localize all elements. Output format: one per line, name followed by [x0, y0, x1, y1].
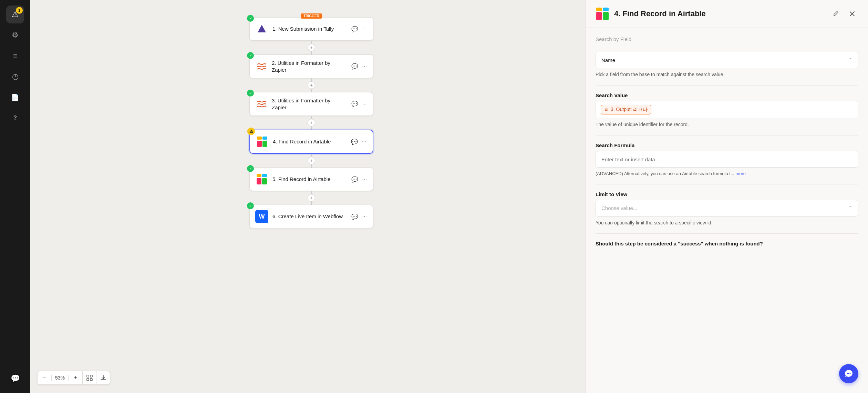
node-2[interactable]: ✓ 2. Utilities in Formatter by Zapier 💬 … — [249, 54, 373, 78]
add-step-5-6[interactable]: + — [308, 194, 315, 202]
node-3-comment-icon[interactable]: 💬 — [351, 100, 359, 108]
limit-to-view-section: Limit to View Choose value... ⌃ You can … — [596, 191, 858, 226]
svg-point-19 — [850, 373, 851, 374]
node-3-icon — [255, 98, 268, 110]
node-4-more-icon[interactable]: ··· — [361, 138, 367, 145]
right-panel: 4. Find Record in Airtable Search by Fie… — [586, 0, 868, 393]
panel-body: Search by Field Name ⌃ Pick a field from… — [586, 28, 868, 258]
zoom-in-button[interactable]: + — [69, 371, 82, 384]
download-button[interactable] — [96, 371, 110, 384]
svg-rect-8 — [262, 178, 267, 184]
node-5-label: 5. Find Record in Airtable — [272, 176, 347, 183]
node-2-more-icon[interactable]: ··· — [362, 63, 368, 70]
node-4-comment-icon[interactable]: 💬 — [350, 138, 359, 146]
limit-to-view-placeholder: Choose value... — [601, 205, 637, 211]
add-step-2-3[interactable]: + — [308, 81, 315, 89]
svg-rect-14 — [603, 8, 609, 11]
search-formula-label: Search Formula — [596, 142, 858, 148]
connector-2-3: + — [311, 78, 312, 92]
panel-header: 4. Find Record in Airtable — [586, 0, 868, 28]
chat-fab-button[interactable] — [839, 364, 858, 383]
node-6-more-icon[interactable]: ··· — [362, 213, 368, 220]
node-5-icon — [255, 173, 268, 186]
search-value-field[interactable]: ≋ 3. Output: 리코타 — [596, 101, 858, 118]
zoom-level-label: 53% — [51, 375, 69, 381]
node-2-comment-icon[interactable]: 💬 — [351, 62, 359, 70]
node-5-more-icon[interactable]: ··· — [362, 175, 368, 183]
node-1-more-icon[interactable]: ··· — [362, 25, 368, 33]
sidebar-item-layers[interactable]: ≡ — [6, 47, 24, 65]
node-5[interactable]: ✓ 5. Find Record in Airtable 💬 ··· — [249, 168, 373, 191]
success-question-section: Should this step be considered a "succes… — [596, 241, 858, 249]
panel-close-button[interactable] — [846, 8, 858, 20]
node-2-icon — [255, 60, 268, 73]
node-4-status-badge: ⚠ — [247, 128, 255, 135]
search-by-field-partial-text: Search by Field — [596, 36, 858, 42]
node-1-comment-icon[interactable]: 💬 — [351, 25, 359, 33]
node-3[interactable]: ✓ 3. Utilities in Formatter by Zapier 💬 … — [249, 92, 373, 116]
limit-to-view-label: Limit to View — [596, 191, 858, 197]
node-5-status-badge: ✓ — [247, 165, 254, 172]
sidebar-item-clock[interactable]: ◷ — [6, 68, 24, 85]
workflow-nodes-area: Trigger ✓ 1. New Submission in Tally 💬 ·… — [30, 0, 586, 393]
divider-3 — [596, 184, 858, 184]
node-3-actions: 💬 ··· — [351, 100, 368, 108]
node-1-icon — [255, 22, 268, 36]
node-5-comment-icon[interactable]: 💬 — [351, 175, 359, 183]
node-6-status-badge: ✓ — [247, 202, 254, 209]
zoom-fit-button[interactable] — [82, 371, 96, 384]
node-4[interactable]: ⚠ 4. Find Record in Airtable 💬 ··· — [249, 130, 373, 154]
node-6[interactable]: ✓ W 6. Create Live Item in Webflow 💬 ··· — [249, 205, 373, 228]
sidebar-item-settings[interactable]: ⚙ — [6, 26, 24, 44]
node-3-label: 3. Utilities in Formatter by Zapier — [272, 97, 347, 111]
panel-header-actions — [829, 8, 858, 20]
node-4-actions: 💬 ··· — [350, 138, 367, 146]
node-1[interactable]: Trigger ✓ 1. New Submission in Tally 💬 ·… — [249, 17, 373, 41]
node-6-actions: 💬 ··· — [351, 213, 368, 221]
divider-1 — [596, 85, 858, 85]
node-1-label: 1. New Submission in Tally — [272, 26, 347, 32]
node-3-status-badge: ✓ — [247, 90, 254, 97]
svg-rect-1 — [257, 137, 262, 140]
clock-icon: ◷ — [12, 72, 19, 81]
limit-to-view-select[interactable]: Choose value... ⌃ — [596, 200, 858, 216]
node-3-more-icon[interactable]: ··· — [362, 100, 368, 108]
warning-badge: 1 — [16, 7, 23, 14]
search-by-field-partial-section: Search by Field — [596, 36, 858, 45]
add-step-3-4[interactable]: + — [308, 119, 315, 127]
zoom-out-button[interactable]: − — [38, 371, 51, 384]
layers-icon: ≡ — [13, 52, 17, 60]
search-by-field-select[interactable]: Name ⌃ — [596, 52, 858, 68]
node-6-icon: W — [255, 210, 268, 223]
search-formula-more-link[interactable]: more — [735, 171, 746, 176]
sidebar-item-warning[interactable]: ⚠ 1 — [6, 6, 24, 23]
file-icon: 📄 — [11, 93, 19, 101]
svg-point-18 — [848, 373, 849, 374]
divider-2 — [596, 135, 858, 135]
node-4-icon — [256, 135, 269, 148]
search-formula-input[interactable] — [596, 151, 858, 168]
svg-rect-13 — [596, 8, 602, 11]
sidebar-item-file[interactable]: 📄 — [6, 88, 24, 106]
add-step-1-2[interactable]: + — [308, 44, 315, 51]
sidebar-item-help[interactable]: ? — [6, 109, 24, 127]
search-formula-hint-text: (ADVANCED) Alternatively, you can use an… — [596, 171, 734, 176]
connector-3-4: + — [311, 116, 312, 130]
search-by-field-chevron-icon: ⌃ — [848, 57, 852, 63]
svg-point-17 — [847, 373, 848, 374]
svg-rect-4 — [262, 141, 267, 147]
sidebar-item-chat[interactable]: 💬 — [6, 370, 24, 387]
sidebar: ⚠ 1 ⚙ ≡ ◷ 📄 ? 💬 — [0, 0, 30, 393]
nodes-list: Trigger ✓ 1. New Submission in Tally 💬 ·… — [249, 7, 373, 228]
add-step-4-5[interactable]: + — [308, 157, 315, 164]
search-by-field-section: Name ⌃ Pick a field from the base to mat… — [596, 52, 858, 78]
panel-title: 4. Find Record in Airtable — [614, 9, 825, 18]
panel-edit-button[interactable] — [829, 8, 842, 20]
search-value-tag[interactable]: ≋ 3. Output: 리코타 — [601, 105, 651, 114]
search-value-section: Search Value ≋ 3. Output: 리코타 The value … — [596, 92, 858, 128]
svg-rect-16 — [603, 12, 609, 20]
search-formula-hint: (ADVANCED) Alternatively, you can use an… — [596, 170, 858, 177]
svg-rect-2 — [262, 137, 267, 140]
node-6-comment-icon[interactable]: 💬 — [351, 213, 359, 221]
limit-to-view-hint: You can optionally limit the search to a… — [596, 219, 858, 226]
